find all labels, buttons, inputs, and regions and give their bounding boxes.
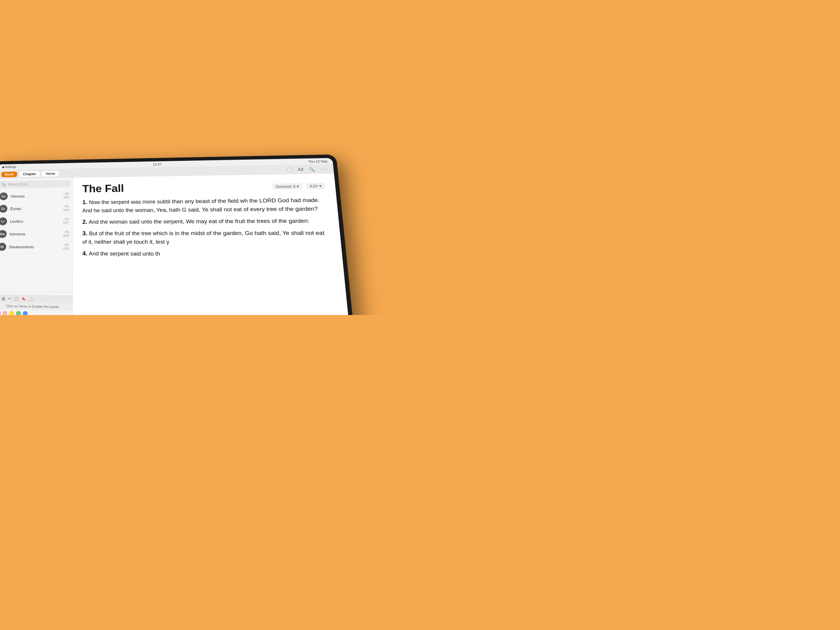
- list-item[interactable]: Êx Êxodo 0%0/40: [0, 202, 73, 215]
- verse-2: 2. And the woman said unto the serpent, …: [82, 216, 329, 226]
- book-name-dt: Deuteronômio: [9, 245, 60, 249]
- book-icon-ex: Êx: [0, 205, 7, 213]
- book-icon-gn: Gn: [0, 193, 8, 200]
- bookmark-icon[interactable]: 🔖: [22, 297, 26, 301]
- verse-4: 4. And the serpent said unto th: [82, 249, 332, 259]
- verse-3: 3. But of the fruit of the tree which is…: [82, 228, 331, 246]
- version-label[interactable]: KJV ▾: [306, 183, 325, 189]
- book-progress-lv: 0%0/27: [63, 217, 69, 225]
- search-icon[interactable]: 🔍: [309, 167, 315, 171]
- tablet-wrapper: ◀ Settings 11:27 Thu 12 Sep Book Chapter…: [0, 148, 326, 315]
- more-tools-icon[interactable]: ⬜: [29, 297, 33, 301]
- verse-num-1: 1.: [82, 199, 88, 205]
- color-dot-yellow[interactable]: [9, 311, 14, 315]
- search-placeholder: Search Book: [8, 182, 28, 187]
- edit-icon[interactable]: ✏: [8, 297, 11, 301]
- book-progress-gn: 0%0/50: [63, 192, 69, 199]
- sidebar: 🔍 Search Book Gn Gênesis 0%0/50 Êx Êxodo: [0, 178, 73, 315]
- list-item[interactable]: Dt Deuteronômio 0%0/34: [0, 241, 73, 254]
- list-item[interactable]: Lv Levítico 0%0/27: [0, 215, 73, 228]
- book-progress-nm: 0%0/36: [63, 230, 69, 237]
- verse-1: 1. Now the serpent was more subtil than …: [82, 195, 328, 215]
- book-name-nm: Números: [9, 232, 60, 236]
- search-icon-small: 🔍: [2, 183, 6, 187]
- bible-text: 1. Now the serpent was more subtil than …: [82, 195, 332, 259]
- tablet: ◀ Settings 11:27 Thu 12 Sep Book Chapter…: [0, 154, 355, 315]
- book-progress-ex: 0%0/40: [63, 204, 69, 212]
- version-chevron-icon: ▾: [319, 184, 322, 188]
- time: 11:27: [153, 162, 161, 166]
- chapter-ref: Genesis 3: [275, 184, 295, 188]
- verse-num-2: 2.: [82, 218, 88, 225]
- sidebar-book-list: Gn Gênesis 0%0/50 Êx Êxodo 0%0/40 Lv Lev…: [0, 190, 73, 292]
- tablet-content: 🔍 Search Book Gn Gênesis 0%0/50 Êx Êxodo: [0, 174, 350, 315]
- nav-icons: 🕐 AZ 🔍 ···: [287, 166, 328, 173]
- az-icon[interactable]: AZ: [298, 167, 304, 171]
- tab-book[interactable]: Book: [1, 171, 17, 177]
- sidebar-tools: ⬆ 🖼 ✏ 📋 🔖 ⬜: [0, 294, 73, 303]
- color-dot-red[interactable]: [0, 311, 1, 315]
- book-icon-lv: Lv: [0, 217, 7, 225]
- copy-icon[interactable]: 📋: [14, 297, 19, 301]
- book-name-lv: Levítico: [10, 219, 60, 224]
- bible-version: KJV: [309, 184, 318, 188]
- list-item[interactable]: Gn Gênesis 0%0/50: [0, 190, 73, 203]
- back-button[interactable]: ◀ Settings: [2, 165, 16, 169]
- image-icon[interactable]: 🖼: [2, 297, 5, 301]
- tablet-screen: ◀ Settings 11:27 Thu 12 Sep Book Chapter…: [0, 158, 350, 315]
- dots-menu[interactable]: ···: [320, 166, 328, 172]
- verse-num-3: 3.: [82, 230, 88, 237]
- date: Thu 12 Sep: [308, 159, 327, 163]
- main-reading-area: The Fall Genesis 3 ▾ KJV ▾: [73, 174, 351, 315]
- tab-chapter[interactable]: Chapter: [19, 171, 40, 177]
- sidebar-search[interactable]: 🔍 Search Book: [0, 180, 70, 188]
- book-progress-dt: 0%0/34: [63, 243, 69, 251]
- chevron-down-icon: ▾: [297, 184, 299, 188]
- book-icon-dt: Dt: [0, 243, 6, 251]
- chapter-title: The Fall: [82, 182, 124, 195]
- color-dot-pink[interactable]: [2, 311, 7, 315]
- history-icon[interactable]: 🕐: [287, 167, 293, 172]
- chapter-label[interactable]: Genesis 3 ▾: [272, 183, 303, 190]
- list-item[interactable]: Nm Números 0%0/36: [0, 228, 73, 241]
- tab-verse[interactable]: Verse: [42, 171, 59, 177]
- verse-num-4: 4.: [82, 250, 88, 256]
- color-dot-green[interactable]: [16, 311, 21, 315]
- book-name-gn: Gênesis: [11, 193, 60, 198]
- color-dot-blue[interactable]: [23, 311, 28, 315]
- book-name-ex: Êxodo: [10, 206, 60, 211]
- chapter-info: Genesis 3 ▾ KJV ▾: [272, 183, 325, 190]
- main-header: The Fall Genesis 3 ▾ KJV ▾: [82, 180, 325, 195]
- book-icon-nm: Nm: [0, 230, 7, 238]
- color-dots-row: [0, 309, 73, 315]
